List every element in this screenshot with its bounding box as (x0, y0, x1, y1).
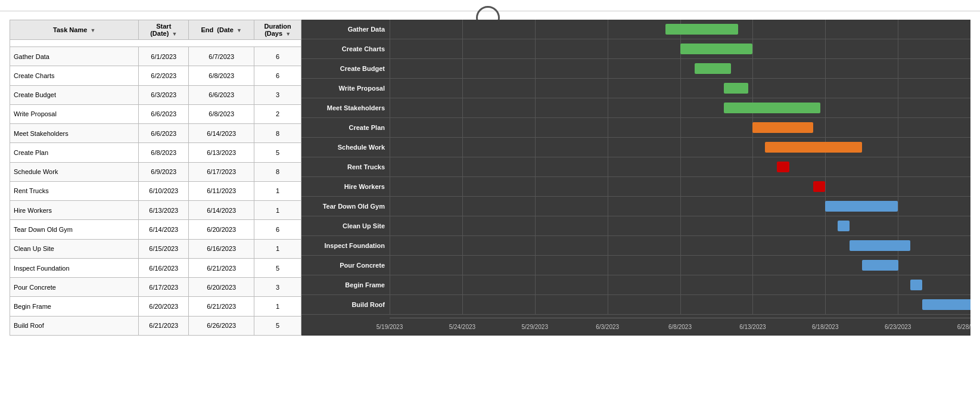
task-duration: 2 (254, 104, 301, 123)
task-end: 6/6/2023 (189, 85, 254, 104)
task-name: Pour Concrete (10, 278, 139, 297)
gantt-bar (665, 24, 738, 35)
gantt-date-label: 6/13/2023 (739, 324, 766, 330)
task-start: 6/2/2023 (139, 66, 189, 85)
task-name: Gather Data (10, 47, 139, 66)
gantt-bar (825, 201, 898, 212)
table-row: Hire Workers 6/13/2023 6/14/2023 1 (10, 201, 301, 220)
task-start: 6/13/2023 (139, 201, 189, 220)
task-name: Inspect Foundation (10, 258, 139, 277)
task-end: 6/26/2023 (189, 316, 254, 335)
table-row: Inspect Foundation 6/16/2023 6/21/2023 5 (10, 258, 301, 277)
table-row: Begin Frame 6/20/2023 6/21/2023 1 (10, 297, 301, 316)
task-duration: 3 (254, 85, 301, 104)
gantt-date-label: 6/23/2023 (885, 324, 911, 330)
task-end: 6/20/2023 (189, 220, 254, 239)
task-name: Rent Trucks (10, 181, 139, 200)
task-start: 6/10/2023 (139, 181, 189, 200)
gantt-date-label: 5/19/2023 (377, 324, 403, 330)
gantt-bar (752, 122, 813, 133)
gantt-dates: 5/19/20235/24/20235/29/20236/3/20236/8/2… (390, 318, 970, 336)
gantt-label: Begin Frame (301, 275, 390, 295)
task-name: Tear Down Old Gym (10, 220, 139, 239)
gantt-row (390, 59, 970, 79)
col-task-name[interactable]: Task Name ▼ (10, 20, 139, 40)
table-row: Pour Concrete 6/17/2023 6/20/2023 3 (10, 278, 301, 297)
task-duration: 1 (254, 239, 301, 258)
task-end: 6/17/2023 (189, 162, 254, 181)
gantt-date-label: 6/28/2023 (957, 324, 970, 330)
task-name: Clean Up Site (10, 239, 139, 258)
gantt-row (390, 118, 970, 138)
task-end: 6/8/2023 (189, 66, 254, 85)
task-start: 6/1/2023 (139, 47, 189, 66)
task-start: 6/6/2023 (139, 104, 189, 123)
gantt-label: Inspect Foundation (301, 236, 390, 256)
task-name: Create Budget (10, 85, 139, 104)
gantt-label: Write Proposal (301, 79, 390, 98)
table-row: Build Roof 6/21/2023 6/26/2023 5 (10, 316, 301, 335)
task-name: Hire Workers (10, 201, 139, 220)
task-start: 6/21/2023 (139, 316, 189, 335)
gantt-label: Hire Workers (301, 177, 390, 197)
task-end: 6/7/2023 (189, 47, 254, 66)
task-duration: 1 (254, 297, 301, 316)
gantt-label: Create Plan (301, 118, 390, 138)
gantt-row (390, 295, 970, 315)
task-duration: 8 (254, 162, 301, 181)
gantt-row (390, 236, 970, 256)
task-duration: 8 (254, 124, 301, 143)
task-duration: 5 (254, 316, 301, 335)
col-start[interactable]: Start(Date) ▼ (139, 20, 189, 40)
gantt-label: Build Roof (301, 295, 390, 315)
gantt-labels: Gather DataCreate ChartsCreate BudgetWri… (301, 20, 390, 336)
gantt-row (390, 157, 970, 177)
gantt-date-label: 6/8/2023 (668, 324, 692, 330)
table-row: Meet Stakeholders 6/6/2023 6/14/2023 8 (10, 124, 301, 143)
task-start: 6/15/2023 (139, 239, 189, 258)
table-row: Rent Trucks 6/10/2023 6/11/2023 1 (10, 181, 301, 200)
gantt-label: Rent Trucks (301, 157, 390, 177)
task-start: 6/14/2023 (139, 220, 189, 239)
task-table: Task Name ▼ Start(Date) ▼ End (Date ▼ Du… (10, 20, 301, 336)
task-duration: 1 (254, 201, 301, 220)
gantt-row (390, 216, 970, 236)
gantt-bar (838, 221, 850, 231)
gantt-date-label: 6/3/2023 (596, 324, 619, 330)
gantt-chart: Gather DataCreate ChartsCreate BudgetWri… (301, 20, 970, 336)
task-duration: 6 (254, 47, 301, 66)
gantt-label: Clean Up Site (301, 216, 390, 236)
gantt-label: Tear Down Old Gym (301, 197, 390, 216)
task-end: 6/20/2023 (189, 278, 254, 297)
task-start: 6/6/2023 (139, 124, 189, 143)
task-name: Schedule Work (10, 162, 139, 181)
gantt-bar (910, 280, 922, 290)
task-start: 6/8/2023 (139, 143, 189, 162)
col-end[interactable]: End (Date ▼ (189, 20, 254, 40)
table-row: Clean Up Site 6/15/2023 6/16/2023 1 (10, 239, 301, 258)
table-row: Create Budget 6/3/2023 6/6/2023 3 (10, 85, 301, 104)
gantt-bar (695, 63, 731, 74)
gantt-bar (922, 299, 970, 310)
gantt-bar (724, 83, 748, 94)
task-duration: 5 (254, 143, 301, 162)
gantt-bar (862, 260, 898, 271)
task-start: 6/9/2023 (139, 162, 189, 181)
task-duration: 6 (254, 66, 301, 85)
task-start: 6/16/2023 (139, 258, 189, 277)
task-name: Meet Stakeholders (10, 124, 139, 143)
gantt-date-label: 5/24/2023 (449, 324, 476, 330)
task-end: 6/11/2023 (189, 181, 254, 200)
gantt-label: Create Charts (301, 39, 390, 59)
table-row: Create Plan 6/8/2023 6/13/2023 5 (10, 143, 301, 162)
gantt-bar (813, 181, 825, 192)
gantt-label: Schedule Work (301, 138, 390, 157)
table-row: Tear Down Old Gym 6/14/2023 6/20/2023 6 (10, 220, 301, 239)
col-duration[interactable]: Duration(Days ▼ (254, 20, 301, 40)
gantt-date-label: 5/29/2023 (522, 324, 549, 330)
gantt-row (390, 256, 970, 275)
gantt-chart-area (390, 20, 970, 318)
gantt-label: Pour Concrete (301, 256, 390, 275)
task-start: 6/20/2023 (139, 297, 189, 316)
task-end: 6/16/2023 (189, 239, 254, 258)
